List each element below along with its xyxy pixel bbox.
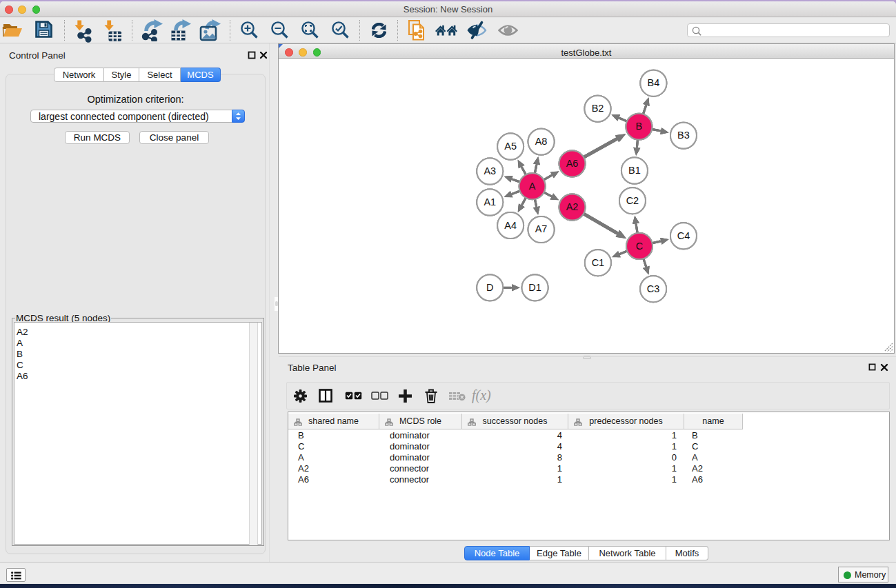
- svg-text:A7: A7: [535, 223, 548, 234]
- svg-text:D1: D1: [528, 282, 541, 293]
- svg-text:B3: B3: [677, 130, 690, 141]
- svg-text:D: D: [486, 282, 493, 293]
- svg-text:B: B: [636, 121, 643, 132]
- svg-text:A4: A4: [504, 220, 517, 231]
- svg-text:C1: C1: [592, 257, 605, 268]
- svg-text:A8: A8: [535, 136, 548, 147]
- svg-text:B4: B4: [648, 77, 660, 88]
- svg-text:B1: B1: [628, 165, 641, 176]
- svg-text:A2: A2: [566, 201, 579, 212]
- svg-text:C3: C3: [647, 283, 660, 294]
- svg-text:C: C: [636, 241, 643, 252]
- svg-text:A6: A6: [566, 158, 579, 169]
- svg-text:A: A: [529, 181, 536, 192]
- svg-text:C4: C4: [677, 230, 690, 241]
- svg-text:A3: A3: [484, 165, 496, 176]
- svg-text:A5: A5: [504, 141, 517, 152]
- svg-text:A1: A1: [484, 196, 496, 207]
- svg-text:B2: B2: [592, 103, 604, 114]
- svg-text:C2: C2: [626, 195, 639, 206]
